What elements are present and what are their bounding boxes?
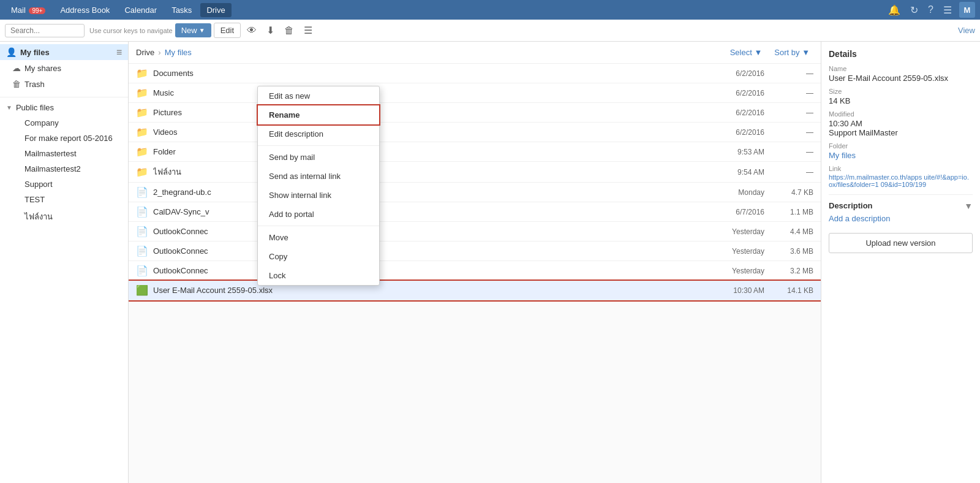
breadcrumb-separator: ›	[158, 48, 160, 57]
sidebar-test[interactable]: TEST	[12, 192, 128, 207]
ctx-send-by-mail[interactable]: Send by mail	[258, 148, 379, 167]
add-description-link[interactable]: Add a description	[829, 214, 973, 223]
file-row[interactable]: 📁 Pictures 6/2/2016 —	[129, 103, 821, 123]
sidebar-mailmastertest2[interactable]: Mailmastertest2	[12, 161, 128, 177]
details-divider	[829, 194, 973, 195]
file-row[interactable]: 📄 OutlookConnec Yesterday 3.2 MB	[129, 261, 821, 281]
mail-badge: 99+	[29, 7, 45, 14]
sidebar-support[interactable]: Support	[12, 177, 128, 192]
ctx-lock[interactable]: Lock	[258, 266, 379, 285]
nav-calendar[interactable]: Calendar	[118, 3, 163, 17]
details-folder-label: Folder	[829, 142, 973, 150]
nav-tasks[interactable]: Tasks	[165, 3, 198, 17]
breadcrumb-my-files[interactable]: My files	[165, 48, 192, 57]
details-description-title: Description ▼	[829, 201, 973, 210]
main-layout: 👤 My files ☰ ☁ My shares 🗑 Trash ▼ Publi…	[0, 42, 980, 483]
folder-icon: 📁	[136, 87, 148, 99]
expand-icon: ☰	[116, 49, 122, 56]
file-list: 📁 Documents 6/2/2016 — 📁 Music 6/2/2016 …	[129, 64, 821, 300]
ctx-show-internal-link[interactable]: Show internal link	[258, 186, 379, 205]
download-icon[interactable]: ⬇	[263, 23, 278, 37]
details-modified-row: Modified 10:30 AM Support MailMaster	[829, 110, 973, 137]
sort-button[interactable]: Sort by ▼	[771, 47, 813, 58]
file-row[interactable]: 📄 OutlookConnec Yesterday 3.6 MB	[129, 242, 821, 261]
breadcrumb-drive[interactable]: Drive	[136, 48, 154, 57]
bell-icon[interactable]: 🔔	[886, 3, 903, 17]
file-icon: 📄	[136, 206, 148, 218]
sidebar: 👤 My files ☰ ☁ My shares 🗑 Trash ▼ Publi…	[0, 42, 129, 483]
details-link-value[interactable]: https://m.mailmaster.co.th/apps uite/#!&…	[829, 173, 973, 188]
delete-icon[interactable]: 🗑	[281, 24, 298, 37]
details-name-label: Name	[829, 65, 973, 72]
sidebar-report[interactable]: For make report 05-2016	[12, 131, 128, 146]
new-button[interactable]: New ▼	[175, 23, 211, 37]
selected-file-row[interactable]: 🟩 User E-Mail Account 2559-05.xlsx 10:30…	[129, 281, 821, 300]
details-modified-value: 10:30 AM Support MailMaster	[829, 119, 973, 137]
search-tooltip: Use cursor keys to navigate	[89, 27, 173, 34]
menu-icon[interactable]: ☰	[941, 3, 954, 17]
details-folder-value[interactable]: My files	[829, 151, 973, 160]
edit-button[interactable]: Edit	[214, 23, 241, 38]
file-row[interactable]: 📁 Videos 6/2/2016 —	[129, 123, 821, 142]
collapse-desc-icon[interactable]: ▼	[964, 201, 973, 211]
file-row[interactable]: 📁 ไฟล์งาน 9:54 AM —	[129, 162, 821, 183]
upload-new-version-button[interactable]: Upload new version	[829, 233, 973, 253]
share-icon: ☁	[12, 63, 21, 73]
sidebar-mailmastertest[interactable]: Mailmastertest	[12, 146, 128, 161]
toolbar: Use cursor keys to navigate New ▼ Edit 👁…	[0, 20, 980, 42]
more-icon[interactable]: ☰	[300, 23, 316, 37]
sidebar-my-files-section: 👤 My files ☰ ☁ My shares 🗑 Trash	[0, 42, 128, 94]
details-panel: Details Name User E-Mail Account 2559-05…	[821, 42, 980, 483]
refresh-icon[interactable]: ↻	[908, 3, 921, 17]
ctx-edit-as-new[interactable]: Edit as new	[258, 86, 379, 105]
sidebar-trash[interactable]: 🗑 Trash	[0, 76, 128, 92]
help-icon[interactable]: ?	[925, 3, 936, 17]
avatar[interactable]: M	[959, 2, 975, 18]
file-row[interactable]: 📁 Documents 6/2/2016 —	[129, 64, 821, 83]
ctx-rename[interactable]: Rename	[258, 105, 379, 124]
details-folder-row: Folder My files	[829, 142, 973, 160]
file-icon: 📄	[136, 186, 148, 198]
file-row[interactable]: 📄 2_thegrand-ub.c Monday 4.7 KB	[129, 183, 821, 202]
sidebar-public-items: Company For make report 05-2016 Mailmast…	[0, 115, 128, 226]
trash-icon: 🗑	[12, 79, 21, 89]
ctx-copy[interactable]: Copy	[258, 247, 379, 266]
details-size-value: 14 KB	[829, 96, 973, 105]
sidebar-company[interactable]: Company	[12, 115, 128, 131]
view-icon[interactable]: 👁	[243, 24, 260, 37]
details-link-label: Link	[829, 165, 973, 172]
excel-icon: 🟩	[136, 284, 148, 296]
details-title: Details	[829, 49, 973, 59]
file-icon: 📄	[136, 265, 148, 276]
content-area: Drive › My files Select ▼ Sort by ▼ 📁 Do…	[129, 42, 821, 483]
file-row[interactable]: 📁 Folder 9:53 AM —	[129, 142, 821, 162]
details-modified-label: Modified	[829, 110, 973, 118]
file-row[interactable]: 📄 OutlookConnec Yesterday 4.4 MB	[129, 222, 821, 242]
nav-mail[interactable]: Mail 99+	[5, 3, 51, 17]
sidebar-my-files[interactable]: 👤 My files ☰	[0, 44, 128, 60]
breadcrumb: Drive › My files Select ▼ Sort by ▼	[129, 42, 821, 64]
sidebar-public-files-toggle[interactable]: ▼ Public files	[0, 100, 128, 115]
file-icon: 📄	[136, 245, 148, 257]
view-toggle[interactable]: View	[958, 26, 975, 35]
context-menu: Edit as new Rename Edit description Send…	[257, 86, 380, 286]
sidebar-my-shares[interactable]: ☁ My shares	[0, 60, 128, 76]
select-button[interactable]: Select ▼	[726, 47, 766, 58]
folder-icon: 📁	[136, 126, 148, 138]
ctx-move[interactable]: Move	[258, 228, 379, 247]
ctx-send-internal-link[interactable]: Send as internal link	[258, 167, 379, 186]
nav-drive[interactable]: Drive	[200, 3, 231, 17]
nav-address-book[interactable]: Address Book	[54, 3, 116, 17]
new-dropdown-icon: ▼	[199, 27, 205, 34]
details-size-row: Size 14 KB	[829, 88, 973, 105]
ctx-add-to-portal[interactable]: Add to portal	[258, 205, 379, 224]
search-input[interactable]	[5, 24, 85, 37]
details-size-label: Size	[829, 88, 973, 95]
person-icon: 👤	[6, 47, 17, 57]
file-row[interactable]: 📄 CalDAV-Sync_v 6/7/2016 1.1 MB	[129, 202, 821, 222]
ctx-edit-description[interactable]: Edit description	[258, 124, 379, 143]
ctx-divider-2	[258, 226, 379, 226]
file-row[interactable]: 📁 Music 6/2/2016 —	[129, 83, 821, 103]
folder-icon: 📁	[136, 67, 148, 79]
sidebar-files-work[interactable]: ไฟล์งาน	[12, 207, 128, 226]
